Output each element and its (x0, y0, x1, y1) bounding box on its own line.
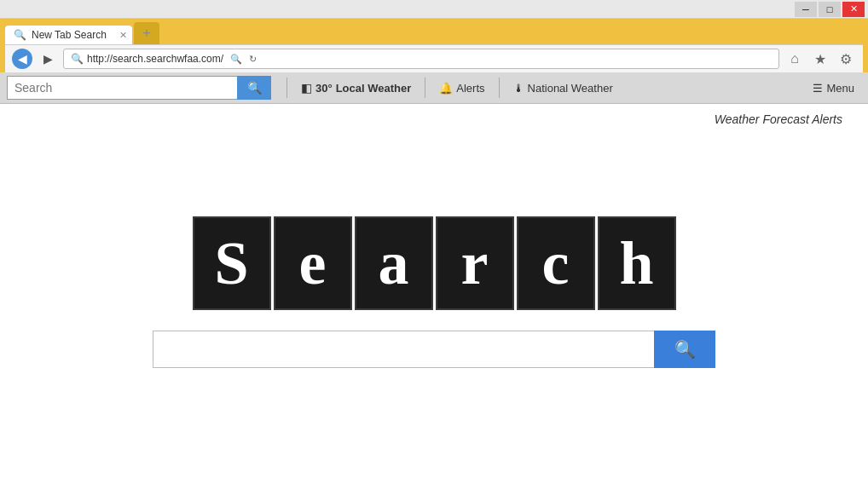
toolbar-national-weather[interactable]: 🌡 National Weather (506, 80, 620, 96)
toolbar-search-icon: 🔍 (247, 81, 262, 95)
title-bar: ─ □ ✕ (0, 0, 868, 19)
main-search-button[interactable]: 🔍 (654, 331, 715, 368)
logo-tile-r: r (436, 216, 514, 310)
toolbar-search: 🔍 (7, 76, 280, 100)
top-right-weather-section: Weather Forecast Alerts (0, 104, 868, 126)
tab-icon: 🔍 (14, 29, 26, 41)
main-search-input[interactable] (153, 331, 654, 368)
logo-letter-h: h (619, 233, 653, 294)
maximize-button[interactable]: □ (819, 2, 841, 17)
logo-letter-a: a (379, 233, 409, 294)
menu-label: Menu (826, 82, 854, 95)
toolbar-search-input[interactable] (7, 76, 237, 100)
toolbar-divider-3 (499, 78, 500, 98)
logo-letter-e: e (299, 233, 327, 294)
content-wrapper: Weather Forecast Alerts S e a r c h (0, 104, 868, 489)
national-weather-label: National Weather (528, 82, 613, 95)
nav-icons: ⌂ ★ ⚙ (784, 49, 856, 69)
toolbar-menu[interactable]: ☰ Menu (806, 80, 861, 96)
national-weather-icon: 🌡 (513, 82, 524, 95)
nav-bar: ◀ ▶ 🔍 http://search.searchwfaa.com/ 🔍 ↻ … (5, 44, 863, 72)
main-area: S e a r c h 🔍 (0, 126, 868, 489)
browser-chrome: 🔍 New Tab Search ✕ + ◀ ▶ 🔍 http://search… (0, 19, 868, 72)
url-text: http://search.searchwfaa.com/ (87, 53, 223, 65)
forward-button[interactable]: ▶ (38, 49, 58, 69)
logo-tile-e: e (274, 216, 352, 310)
logo-tile-c: c (517, 216, 595, 310)
logo-letter-c: c (542, 233, 570, 294)
new-tab-button[interactable]: + (134, 22, 159, 44)
menu-icon: ☰ (813, 82, 823, 95)
url-lock-icon: 🔍 (71, 53, 84, 65)
main-search-icon: 🔍 (674, 339, 696, 360)
toolbar-local-weather[interactable]: ◧ 30° Local Weather (294, 79, 418, 96)
favorites-button[interactable]: ★ (810, 49, 830, 69)
logo-tile-a: a (355, 216, 433, 310)
tab-row: 🔍 New Tab Search ✕ + (5, 22, 863, 44)
alerts-label: Alerts (456, 82, 484, 95)
logo-letter-s: S (214, 233, 248, 294)
url-refresh-icon[interactable]: ↻ (249, 54, 257, 65)
toolbar-divider-2 (425, 78, 425, 98)
toolbar: 🔍 ◧ 30° Local Weather 🔔 Alerts 🌡 Nationa… (0, 72, 868, 104)
settings-button[interactable]: ⚙ (836, 49, 856, 69)
logo-letter-r: r (461, 233, 489, 294)
weather-icon: ◧ (301, 81, 312, 95)
search-logo: S e a r c h (193, 216, 676, 310)
toolbar-alerts[interactable]: 🔔 Alerts (432, 80, 491, 96)
tab-new-tab-search[interactable]: 🔍 New Tab Search ✕ (5, 26, 132, 44)
top-right-weather-link[interactable]: Weather Forecast Alerts (715, 112, 842, 126)
local-weather-label: Local Weather (336, 82, 412, 95)
tab-close-icon[interactable]: ✕ (119, 30, 127, 41)
close-button[interactable]: ✕ (842, 2, 865, 17)
tab-label: New Tab Search (32, 29, 107, 41)
toolbar-search-button[interactable]: 🔍 (237, 76, 271, 100)
main-search: 🔍 (153, 331, 715, 368)
alerts-icon: 🔔 (439, 82, 453, 95)
url-search-icon: 🔍 (230, 54, 242, 65)
home-button[interactable]: ⌂ (784, 49, 805, 69)
toolbar-divider-1 (286, 78, 287, 98)
minimize-button[interactable]: ─ (795, 2, 817, 17)
logo-tile-h: h (598, 216, 676, 310)
logo-tile-s: S (193, 216, 271, 310)
back-button[interactable]: ◀ (12, 49, 32, 69)
temperature-label: 30° (315, 82, 333, 95)
url-bar[interactable]: 🔍 http://search.searchwfaa.com/ 🔍 ↻ (63, 49, 779, 69)
